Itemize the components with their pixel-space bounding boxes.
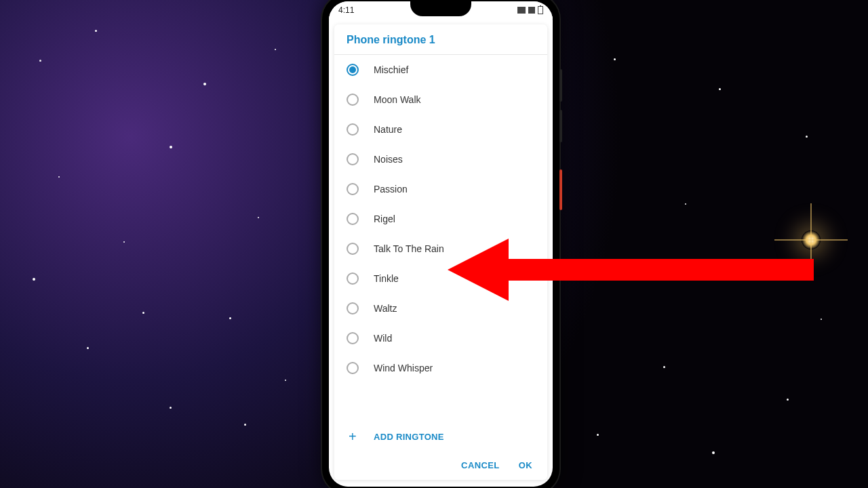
display-notch: [410, 1, 471, 16]
add-ringtone-label: ADD RINGTONE: [374, 432, 444, 442]
dialog-title: Phone ringtone 1: [334, 24, 547, 55]
star: [719, 88, 721, 90]
ringtone-label: Rigel: [374, 214, 395, 224]
add-ringtone-button[interactable]: + ADD RINGTONE: [334, 422, 547, 453]
ringtone-label: Talk To The Rain: [374, 243, 444, 254]
star: [95, 30, 97, 32]
radio-icon: [347, 332, 359, 344]
radio-icon: [347, 243, 359, 255]
radio-icon: [347, 272, 359, 285]
star: [597, 434, 599, 436]
ringtone-label: Wind Whisper: [374, 363, 433, 373]
ringtone-list[interactable]: MischiefMoon WalkNatureNoisesPassionRige…: [334, 55, 547, 422]
star: [663, 366, 665, 368]
radio-icon: [347, 362, 359, 374]
ringtone-option[interactable]: Talk To The Rain: [334, 234, 547, 264]
ringtone-label: Mischief: [374, 64, 408, 75]
radio-icon: [347, 213, 359, 225]
star: [712, 451, 715, 454]
cancel-button[interactable]: CANCEL: [461, 460, 500, 470]
ringtone-label: Passion: [374, 184, 408, 195]
signal-icon: [517, 7, 526, 14]
star: [258, 217, 259, 218]
star: [685, 203, 686, 205]
ringtone-option[interactable]: Mischief: [334, 55, 547, 85]
star: [170, 407, 172, 409]
radio-icon: [347, 64, 359, 76]
radio-icon: [347, 153, 359, 165]
star: [275, 49, 276, 50]
star: [33, 278, 35, 281]
ok-button[interactable]: OK: [519, 460, 532, 470]
ringtone-option[interactable]: Wind Whisper: [334, 353, 547, 383]
star: [203, 83, 206, 85]
ringtone-option[interactable]: Noises: [334, 144, 547, 174]
ringtone-option[interactable]: Nature: [334, 115, 547, 144]
lens-flare-star: [802, 230, 821, 249]
star: [87, 347, 89, 349]
ringtone-label: Nature: [374, 124, 402, 135]
ringtone-dialog: Phone ringtone 1 MischiefMoon WalkNature…: [334, 24, 547, 480]
ringtone-option[interactable]: Waltz: [334, 293, 547, 323]
star: [170, 146, 172, 148]
volume-down-button: [559, 110, 562, 142]
phone-screen: 4:11 Phone ringtone 1 MischiefMoon WalkN…: [329, 1, 553, 487]
phone-device-frame: 4:11 Phone ringtone 1 MischiefMoon WalkN…: [322, 0, 559, 488]
star: [787, 399, 789, 401]
ringtone-option[interactable]: Moon Walk: [334, 85, 547, 115]
star: [142, 312, 144, 314]
status-icons: [517, 6, 543, 14]
radio-icon: [347, 183, 359, 195]
wifi-icon: [528, 7, 535, 14]
dialog-actions: CANCEL OK: [334, 453, 547, 480]
star: [123, 241, 125, 243]
battery-icon: [538, 6, 543, 14]
radio-icon: [347, 302, 359, 314]
radio-icon: [347, 94, 359, 106]
power-button: [559, 169, 562, 210]
star: [285, 380, 286, 381]
star: [614, 58, 616, 60]
ringtone-label: Tinkle: [374, 273, 399, 284]
status-time: 4:11: [338, 5, 354, 15]
ringtone-label: Waltz: [374, 303, 397, 314]
ringtone-label: Noises: [374, 154, 403, 165]
plus-icon: +: [347, 430, 359, 443]
volume-up-button: [559, 69, 562, 102]
ringtone-option[interactable]: Rigel: [334, 204, 547, 234]
star: [244, 424, 246, 426]
ringtone-label: Moon Walk: [374, 94, 421, 105]
ringtone-option[interactable]: Tinkle: [334, 264, 547, 293]
ringtone-label: Wild: [374, 333, 392, 344]
ringtone-option[interactable]: Wild: [334, 323, 547, 353]
star: [58, 176, 60, 178]
star: [806, 136, 808, 138]
star: [821, 319, 822, 320]
star: [229, 317, 231, 319]
ringtone-option[interactable]: Passion: [334, 174, 547, 204]
radio-icon: [347, 123, 359, 136]
star: [39, 60, 41, 62]
